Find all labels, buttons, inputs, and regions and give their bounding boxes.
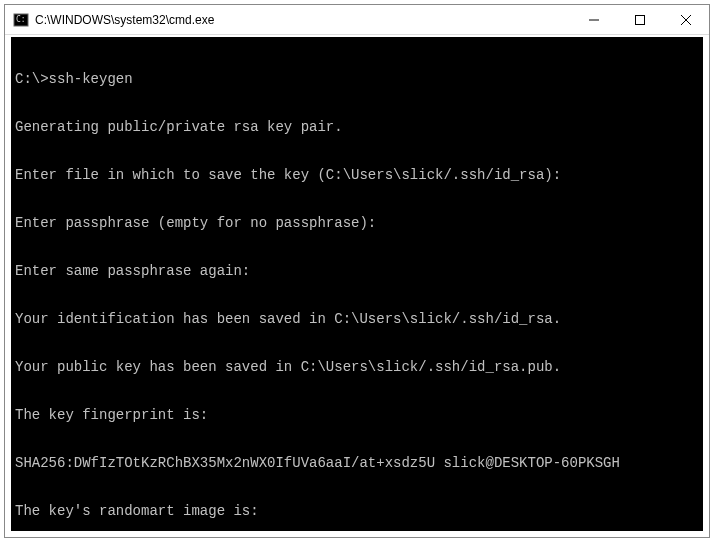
terminal-line: Enter file in which to save the key (C:\… xyxy=(15,167,699,183)
window-title: C:\WINDOWS\system32\cmd.exe xyxy=(35,13,571,27)
maximize-button[interactable] xyxy=(617,5,663,34)
terminal-line: C:\>ssh-keygen xyxy=(15,71,699,87)
terminal-line: Enter same passphrase again: xyxy=(15,263,699,279)
terminal-line: Your identification has been saved in C:… xyxy=(15,311,699,327)
terminal-line: SHA256:DWfIzTOtKzRChBX35Mx2nWX0IfUVa6aaI… xyxy=(15,455,699,471)
window-controls xyxy=(571,5,709,34)
terminal-line: The key's randomart image is: xyxy=(15,503,699,519)
minimize-button[interactable] xyxy=(571,5,617,34)
svg-text:C:: C: xyxy=(16,15,26,24)
terminal-line: The key fingerprint is: xyxy=(15,407,699,423)
cmd-icon: C: xyxy=(13,12,29,28)
close-button[interactable] xyxy=(663,5,709,34)
terminal-line: Generating public/private rsa key pair. xyxy=(15,119,699,135)
cmd-window: C: C:\WINDOWS\system32\cmd.exe C:\>ssh-k… xyxy=(4,4,710,538)
titlebar: C: C:\WINDOWS\system32\cmd.exe xyxy=(5,5,709,35)
terminal-line: Enter passphrase (empty for no passphras… xyxy=(15,215,699,231)
terminal-line: Your public key has been saved in C:\Use… xyxy=(15,359,699,375)
svg-rect-3 xyxy=(636,15,645,24)
terminal-output[interactable]: C:\>ssh-keygen Generating public/private… xyxy=(5,35,709,537)
